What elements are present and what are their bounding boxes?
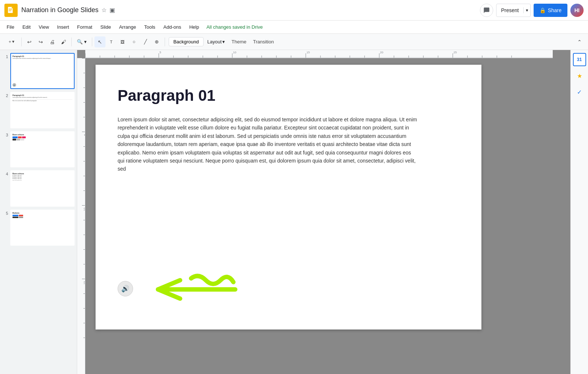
svg-text:10: 10 bbox=[233, 51, 236, 54]
tasks-icon[interactable]: ★ bbox=[573, 69, 586, 82]
menu-view[interactable]: View bbox=[35, 23, 53, 31]
toolbar-history-group: ↩ ↪ 🖨 🖌 bbox=[24, 36, 69, 47]
slide-preview-3[interactable]: Base colours bbox=[10, 131, 75, 167]
slide-num-5: 5 bbox=[2, 210, 8, 216]
main-area: 1 Paragraph 01 Lorem ipsum dolor sit ame… bbox=[0, 50, 588, 374]
app-icon bbox=[4, 4, 18, 17]
svg-text:20: 20 bbox=[380, 51, 383, 54]
collapse-toolbar-button[interactable]: ⌃ bbox=[574, 36, 585, 47]
present-button[interactable]: Present ▾ bbox=[496, 4, 530, 17]
doc-title: Narration in Google Slides bbox=[21, 6, 98, 14]
transition-button[interactable]: Transition bbox=[250, 36, 277, 47]
menu-insert[interactable]: Insert bbox=[53, 23, 73, 31]
slide-preview-2[interactable]: Paragraph 01 Lorem ipsum dolor sit amet … bbox=[10, 92, 75, 128]
cursor-tool[interactable]: ↖ bbox=[94, 36, 105, 47]
menu-tools[interactable]: Tools bbox=[140, 23, 159, 31]
right-panel: 31 ★ ✓ bbox=[570, 50, 588, 374]
slide-num-4: 4 bbox=[2, 170, 8, 176]
background-button[interactable]: Background bbox=[169, 37, 204, 46]
add-button[interactable]: ＋▾ bbox=[3, 36, 19, 47]
slide-thumb-5[interactable]: 5 Buttons bbox=[2, 210, 75, 246]
canvas-area: /* ruler ticks done below */ 510152025 5… bbox=[77, 50, 570, 374]
slide-preview-4[interactable]: Base colours H1 Demo Title text H2 Demo … bbox=[10, 170, 75, 206]
horizontal-ruler: /* ruler ticks done below */ 510152025 bbox=[85, 50, 553, 58]
menu-slide[interactable]: Slide bbox=[97, 23, 115, 31]
svg-text:25: 25 bbox=[453, 51, 457, 54]
slide-thumb-2[interactable]: 2 Paragraph 01 Lorem ipsum dolor sit ame… bbox=[2, 92, 75, 128]
svg-text:5: 5 bbox=[159, 51, 161, 54]
slide-panel: 1 Paragraph 01 Lorem ipsum dolor sit ame… bbox=[0, 50, 77, 374]
svg-text:15: 15 bbox=[306, 51, 310, 54]
print-button[interactable]: 🖨 bbox=[47, 36, 58, 47]
svg-rect-2 bbox=[9, 10, 12, 10]
toolbar: ＋▾ ↩ ↪ 🖨 🖌 🔍 ▾ ↖ T 🖼 ○ ╱ ⊕ Background La… bbox=[0, 34, 588, 50]
topbar: Narration in Google Slides ☆ ▣ Present ▾… bbox=[0, 0, 588, 21]
menu-format[interactable]: Format bbox=[74, 23, 96, 31]
slide-num-3: 3 bbox=[2, 131, 8, 137]
zoom-dropdown[interactable]: 🔍 ▾ bbox=[74, 38, 90, 46]
extra-tool[interactable]: ⊕ bbox=[151, 36, 162, 47]
toolbar-add-group: ＋▾ bbox=[3, 36, 19, 47]
undo-button[interactable]: ↩ bbox=[24, 36, 35, 47]
present-label: Present bbox=[496, 7, 523, 13]
tasks-check-icon[interactable]: ✓ bbox=[573, 85, 586, 99]
slide-preview-1[interactable]: Paragraph 01 Lorem ipsum dolor sit amet … bbox=[10, 53, 75, 89]
image-tool[interactable]: 🖼 bbox=[117, 36, 128, 47]
menu-addons[interactable]: Add-ons bbox=[160, 23, 185, 31]
toolbar-tools-group: ↖ T 🖼 ○ ╱ ⊕ bbox=[94, 36, 162, 47]
share-button[interactable]: 🔒 Share bbox=[534, 4, 567, 17]
layout-dropdown[interactable]: Layout▾ bbox=[204, 38, 228, 46]
slide-thumb-3[interactable]: 3 Base colours bbox=[2, 131, 75, 167]
slide-canvas: Paragraph 01 Lorem ipsum dolor sit amet,… bbox=[96, 65, 481, 330]
avatar[interactable]: HI bbox=[570, 4, 584, 17]
slide-thumb-1[interactable]: 1 Paragraph 01 Lorem ipsum dolor sit ame… bbox=[2, 53, 75, 89]
svg-rect-4 bbox=[12, 7, 13, 8]
slide-num-2: 2 bbox=[2, 92, 8, 98]
redo-button[interactable]: ↪ bbox=[35, 36, 46, 47]
scribble-annotation bbox=[136, 269, 239, 307]
paint-format-button[interactable]: 🖌 bbox=[58, 36, 69, 47]
vertical-ruler: 51015 bbox=[77, 58, 85, 374]
menu-help[interactable]: Help bbox=[186, 23, 203, 31]
comments-button[interactable] bbox=[480, 4, 493, 17]
slide-thumb-4[interactable]: 4 Base colours H1 Demo Title text H2 Dem… bbox=[2, 170, 75, 206]
toolbar-zoom-group: 🔍 ▾ bbox=[74, 38, 90, 46]
slide-title: Paragraph 01 bbox=[118, 87, 459, 104]
menu-file[interactable]: File bbox=[3, 23, 18, 31]
theme-button[interactable]: Theme bbox=[229, 36, 249, 47]
shape-tool[interactable]: ○ bbox=[129, 36, 140, 47]
svg-rect-1 bbox=[9, 8, 12, 9]
folder-icon[interactable]: ▣ bbox=[110, 7, 115, 14]
svg-rect-3 bbox=[9, 10, 11, 11]
title-area: Narration in Google Slides ☆ ▣ bbox=[21, 6, 476, 14]
topbar-right: Present ▾ 🔒 Share HI bbox=[480, 4, 584, 17]
menu-arrange[interactable]: Arrange bbox=[115, 23, 140, 31]
slide-num-1: 1 bbox=[2, 53, 8, 59]
star-icon[interactable]: ☆ bbox=[101, 7, 107, 14]
calendar-icon[interactable]: 31 bbox=[573, 53, 586, 66]
share-label: Share bbox=[548, 7, 562, 13]
present-arrow: ▾ bbox=[524, 8, 530, 13]
line-tool[interactable]: ╱ bbox=[140, 36, 151, 47]
autosave-status: All changes saved in Drive bbox=[207, 24, 263, 30]
audio-button[interactable]: 🔊 bbox=[118, 281, 133, 296]
slide-content-area: Paragraph 01 Lorem ipsum dolor sit amet,… bbox=[96, 65, 481, 330]
slide-body-text: Lorem ipsum dolor sit amet, consectetur … bbox=[118, 115, 419, 173]
menubar: File Edit View Insert Format Slide Arran… bbox=[0, 21, 588, 34]
slide-preview-5[interactable]: Buttons bbox=[10, 210, 75, 246]
menu-edit[interactable]: Edit bbox=[19, 23, 34, 31]
text-tool[interactable]: T bbox=[106, 36, 117, 47]
